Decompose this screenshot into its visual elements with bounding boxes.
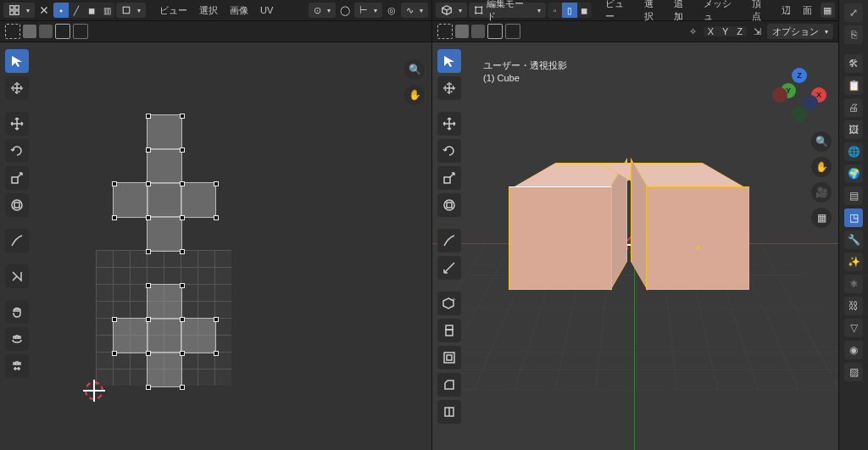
uv-select-vertex[interactable]: ▪ (53, 3, 69, 18)
mirror-icon[interactable]: ✧ (686, 24, 701, 39)
tool3d-move[interactable] (437, 112, 461, 136)
texture-prop-icon[interactable]: ▨ (844, 363, 863, 381)
tool3d-select-box[interactable] (437, 49, 461, 73)
select-set-subtract[interactable] (39, 25, 53, 38)
tool3d-inset[interactable] (437, 346, 461, 369)
snap-dropdown[interactable]: ⊢ (354, 3, 382, 18)
menu-view[interactable]: ビュー (154, 4, 192, 17)
select-set-intersect-3d[interactable] (487, 24, 503, 39)
options-dropdown[interactable]: オプション (767, 24, 833, 39)
tool3d-cursor[interactable] (437, 76, 461, 100)
pan-button[interactable]: ✋ (404, 85, 425, 105)
constraint-prop-icon[interactable]: ⛓ (844, 297, 863, 315)
uv-select-island[interactable]: ▥ (99, 3, 114, 18)
editor-type-3d-dropdown[interactable] (436, 3, 467, 18)
tool3d-measure[interactable] (437, 256, 461, 280)
world-prop-icon[interactable]: 🌍 (844, 164, 863, 183)
viewlayer-prop-icon[interactable]: 🖼 (844, 120, 863, 139)
gizmo-neg-x[interactable] (772, 87, 787, 103)
tool-rip[interactable] (5, 264, 29, 288)
tool-rotate[interactable] (5, 139, 29, 163)
gizmo-z[interactable]: Z (792, 68, 807, 83)
tool3d-rotate[interactable] (437, 139, 461, 163)
perspective-toggle[interactable]: ▦ (811, 208, 832, 228)
menu-edge[interactable]: 辺 (776, 4, 796, 17)
pan-3d-button[interactable]: ✋ (811, 157, 832, 177)
select-set-extend-3d[interactable] (455, 25, 469, 38)
tool3d-extrude[interactable] (437, 319, 461, 342)
automerge-icon[interactable]: ⇲ (749, 24, 765, 39)
render-prop-icon[interactable]: 📋 (844, 76, 863, 95)
menu-mesh[interactable]: メッシュ (698, 0, 744, 23)
nav-gizmo[interactable]: Z X Y (772, 68, 826, 122)
tool-transform[interactable] (5, 193, 29, 217)
tool3d-scale[interactable] (437, 166, 461, 190)
proportional-toggle[interactable]: ◎ (384, 3, 399, 18)
filter-icon[interactable]: ▦ (821, 3, 835, 18)
modifier-prop-icon[interactable]: 🔧 (844, 231, 863, 249)
uv-viewport[interactable]: 🔍 ✋ (0, 42, 431, 450)
menu-face[interactable]: 面 (798, 4, 817, 17)
tool-select-box[interactable] (5, 49, 29, 73)
outliner-icon[interactable]: ⎘ (844, 25, 863, 44)
output-prop-icon[interactable]: 🖨 (844, 98, 863, 117)
tool-scale[interactable] (5, 166, 29, 190)
region-toggle-icon[interactable]: ⤢ (844, 3, 863, 22)
menu-select-3d[interactable]: 選択 (639, 0, 667, 23)
mirror-x[interactable]: X (704, 26, 718, 36)
tool3d-loopcut[interactable] (437, 400, 461, 424)
menu-add[interactable]: 追加 (669, 0, 697, 23)
object-prop-icon[interactable]: ◳ (844, 208, 863, 227)
select-set-extend[interactable] (23, 25, 36, 38)
gizmo-neg-z[interactable] (803, 95, 818, 110)
tool3d-bevel[interactable] (437, 373, 461, 397)
collection-prop-icon[interactable]: ▤ (844, 186, 863, 205)
mode-dropdown[interactable]: 編集モード (469, 3, 546, 18)
tool-annotate[interactable] (5, 229, 29, 253)
3d-viewport[interactable]: ユーザー・透視投影 (1) Cube Z X Y 🔍 ✋ 🎥 ▦ (432, 42, 838, 450)
select-set-intersect[interactable] (55, 24, 70, 39)
menu-vertex[interactable]: 頂点 (747, 0, 775, 23)
select-set-subtract-3d[interactable] (471, 25, 485, 38)
tool3d-add-cube[interactable]: + (437, 292, 461, 315)
zoom-3d-button[interactable]: 🔍 (811, 131, 832, 152)
editor-type-dropdown[interactable] (3, 3, 35, 18)
tool3d-transform[interactable] (437, 193, 461, 217)
select-mode-face[interactable]: ◼ (577, 3, 592, 18)
select-set-new-3d[interactable] (437, 24, 453, 39)
menu-view-3d[interactable]: ビュー (600, 0, 637, 23)
mesh-data-prop-icon[interactable]: ▽ (844, 319, 863, 337)
menu-uv[interactable]: UV (255, 5, 278, 15)
tool-move[interactable] (5, 112, 29, 136)
tool-pinch[interactable] (5, 354, 29, 378)
tool-cursor[interactable] (5, 76, 29, 100)
uv-select-edge[interactable]: ╱ (69, 3, 84, 18)
camera-view-button[interactable]: 🎥 (811, 182, 832, 203)
tool-relax[interactable] (5, 327, 29, 351)
scene-prop-icon[interactable]: 🌐 (844, 142, 863, 161)
physics-prop-icon[interactable]: ⚛ (844, 275, 863, 293)
select-set-invert-3d[interactable] (505, 24, 520, 39)
select-mode-vertex[interactable]: ▫ (548, 3, 562, 18)
tool3d-annotate[interactable] (437, 229, 461, 253)
gizmo-neg-y[interactable] (792, 107, 807, 122)
uv-select-face[interactable]: ◼ (84, 3, 99, 18)
menu-image[interactable]: 画像 (225, 4, 253, 17)
tool-prop-icon[interactable]: 🛠 (844, 54, 863, 73)
mirror-y[interactable]: Y (718, 26, 732, 36)
snap-toggle[interactable]: ◯ (337, 3, 353, 18)
particle-prop-icon[interactable]: ✨ (844, 253, 863, 271)
pivot-dropdown[interactable]: ⊙ (309, 3, 336, 18)
material-prop-icon[interactable]: ◉ (844, 341, 863, 359)
uv-sync-selection-icon[interactable] (36, 3, 52, 18)
tool-grab[interactable] (5, 300, 29, 324)
select-set-new[interactable] (5, 24, 20, 39)
zoom-button[interactable]: 🔍 (404, 59, 425, 80)
svg-point-20 (444, 200, 454, 210)
menu-select[interactable]: 選択 (194, 4, 223, 17)
select-set-invert[interactable] (73, 24, 88, 39)
select-mode-edge[interactable]: ▯ (562, 3, 576, 18)
uv-sticky-select-dropdown[interactable] (116, 3, 146, 18)
mirror-z[interactable]: Z (732, 26, 747, 36)
proportional-dropdown[interactable]: ∿ (401, 3, 428, 18)
